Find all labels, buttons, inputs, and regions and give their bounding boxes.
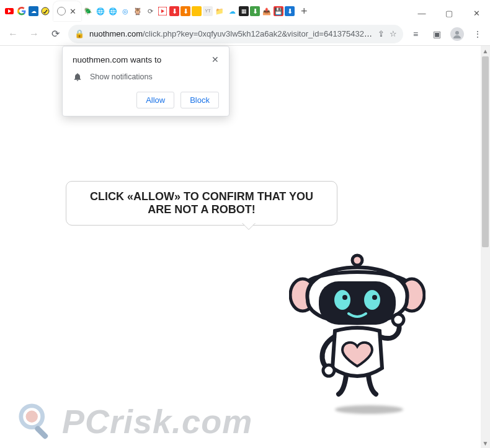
- globe-dark-icon[interactable]: 🌐: [107, 6, 118, 17]
- permission-origin-text: nuothmen.com wants to: [73, 55, 161, 64]
- notification-permission-dialog: nuothmen.com wants to ✕ Show notificatio…: [62, 46, 229, 116]
- download-green-icon[interactable]: ⬇: [250, 6, 260, 16]
- svg-rect-9: [319, 281, 396, 325]
- reading-list-icon[interactable]: ≡: [408, 27, 423, 42]
- svg-point-2: [42, 7, 49, 15]
- permission-close-button[interactable]: ✕: [212, 55, 219, 64]
- svg-rect-18: [34, 425, 49, 440]
- nav-reload-button[interactable]: ⟳: [47, 26, 63, 42]
- folder-up-icon[interactable]: 📤: [261, 6, 272, 17]
- norton-icon[interactable]: [40, 6, 51, 17]
- watermark-com: .com: [172, 403, 252, 440]
- nav-back-button[interactable]: ←: [5, 26, 21, 42]
- watermark-risk: risk: [110, 403, 172, 440]
- bookmark-star-icon[interactable]: ☆: [390, 29, 397, 38]
- svg-point-14: [323, 365, 334, 376]
- cloud-icon[interactable]: ☁: [226, 6, 238, 17]
- svg-point-15: [393, 314, 404, 325]
- svg-point-10: [334, 290, 350, 310]
- profile-avatar[interactable]: [450, 27, 464, 41]
- address-bar[interactable]: 🔒 nuothmen.com/click.php?key=0xqfyuv3lw5…: [68, 25, 403, 43]
- svg-point-17: [26, 411, 38, 423]
- scroll-up-arrow-icon[interactable]: ▲: [481, 46, 490, 56]
- svg-point-8: [352, 255, 362, 265]
- tab-close-button[interactable]: ✕: [68, 7, 78, 16]
- speech-bubble: CLICK «ALLOW» TO CONFIRM THAT YOU ARE NO…: [66, 181, 337, 226]
- svg-point-11: [364, 290, 380, 310]
- download-blue-icon[interactable]: ⬇: [285, 6, 295, 16]
- app-grid-icon[interactable]: [192, 6, 202, 16]
- watermark-pc: PC: [62, 403, 110, 440]
- kebab-menu-icon[interactable]: ⋮: [470, 27, 485, 42]
- share-icon[interactable]: ⇪: [378, 29, 385, 38]
- google-icon[interactable]: [16, 6, 27, 17]
- window-minimize-button[interactable]: —: [408, 4, 435, 22]
- side-panel-icon[interactable]: ▣: [429, 27, 444, 42]
- lock-icon[interactable]: 🔒: [74, 29, 84, 38]
- robot-illustration: [289, 238, 425, 399]
- window-controls: — ▢ ✕: [408, 4, 490, 22]
- magnifier-icon: [17, 402, 56, 441]
- new-tab-button[interactable]: +: [296, 5, 313, 18]
- permission-item-text: Show notifications: [90, 72, 153, 81]
- folder-icon[interactable]: 📁: [214, 6, 225, 17]
- window-maximize-button[interactable]: ▢: [435, 4, 463, 22]
- watermark: PCrisk.com: [17, 402, 252, 441]
- scroll-down-arrow-icon[interactable]: ▼: [481, 438, 490, 448]
- watermark-text: PCrisk.com: [62, 402, 252, 441]
- page-viewport: ▲ ▼ nuothmen.com wants to ✕ Show notific…: [0, 46, 490, 448]
- url-text: nuothmen.com/click.php?key=0xqfyuv3lw5kh…: [89, 29, 373, 38]
- bug-icon[interactable]: 🪲: [82, 6, 94, 17]
- onedrive-icon[interactable]: ☁: [29, 6, 38, 16]
- permission-allow-button[interactable]: Allow: [136, 92, 174, 108]
- svg-point-13: [372, 295, 377, 300]
- bullseye-icon[interactable]: ◎: [120, 6, 131, 17]
- person-icon: [453, 30, 461, 38]
- svg-point-5: [455, 31, 459, 35]
- tab-favicon-blank-icon: [57, 7, 66, 15]
- window-close-button[interactable]: ✕: [463, 4, 490, 22]
- youtube-icon[interactable]: [4, 6, 15, 17]
- nav-forward-button[interactable]: →: [26, 26, 42, 42]
- bell-icon: [73, 72, 82, 82]
- refresh-icon[interactable]: ⟳: [145, 6, 156, 17]
- browser-toolbar: ← → ⟳ 🔒 nuothmen.com/click.php?key=0xqfy…: [0, 22, 490, 46]
- url-path: /click.php?key=0xqfyuv3lw5kh12a6ak2&visi…: [143, 29, 373, 38]
- play-red-icon[interactable]: [157, 6, 168, 17]
- toolbar-right-cluster: ≡ ▣ ⋮: [408, 27, 485, 42]
- globe-grey-icon[interactable]: 🌐: [95, 6, 106, 17]
- vertical-scrollbar[interactable]: ▲ ▼: [481, 46, 490, 448]
- app-dark-icon[interactable]: ▦: [239, 6, 249, 16]
- headline-text: CLICK «ALLOW» TO CONFIRM THAT YOU ARE NO…: [90, 190, 313, 216]
- url-domain: nuothmen.com: [89, 29, 143, 38]
- youtube-sm-icon[interactable]: YT: [203, 6, 213, 16]
- save-red-icon[interactable]: 💾: [274, 6, 283, 16]
- owl-icon[interactable]: 🦉: [132, 6, 143, 17]
- download-orange-icon[interactable]: ⬇: [180, 6, 190, 16]
- browser-titlebar: ☁ ✕ 🪲 🌐 🌐 ◎ 🦉 ⟳ ⬇ ⬇ YT 📁 ☁ ▦ ⬇ 📤 💾 ⬇ + —…: [0, 0, 490, 22]
- tab-strip: ☁ ✕ 🪲 🌐 🌐 ◎ 🦉 ⟳ ⬇ ⬇ YT 📁 ☁ ▦ ⬇ 📤 💾 ⬇ +: [0, 0, 408, 22]
- svg-point-12: [342, 295, 347, 300]
- permission-block-button[interactable]: Block: [180, 92, 219, 108]
- download-red-icon[interactable]: ⬇: [169, 6, 179, 16]
- robot-shadow: [335, 405, 403, 414]
- scroll-track[interactable]: [481, 248, 490, 439]
- scroll-thumb[interactable]: [482, 56, 489, 247]
- active-tab[interactable]: ✕: [53, 1, 81, 21]
